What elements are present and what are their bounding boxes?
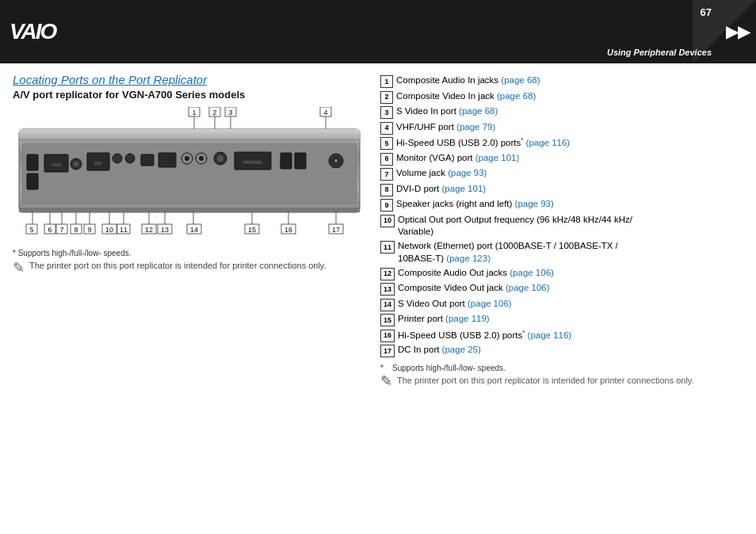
port-link-3[interactable]: (page 68) bbox=[459, 106, 498, 116]
port-desc-14: S Video Out port (page 106) bbox=[398, 298, 512, 311]
left-panel: Locating Ports on the Port Replicator A/… bbox=[13, 73, 369, 528]
port-link-16[interactable]: (page 116) bbox=[528, 330, 572, 339]
port-badge-12: 12 bbox=[380, 268, 395, 280]
port-badge-6: 6 bbox=[380, 153, 393, 166]
port-badge-5: 5 bbox=[380, 137, 393, 150]
port-link-5[interactable]: (page 116) bbox=[526, 138, 571, 147]
port-badge-8: 8 bbox=[380, 184, 393, 196]
port-link-15[interactable]: (page 119) bbox=[445, 314, 490, 323]
list-item: 4 VHF/UHF port (page 79) bbox=[380, 121, 743, 135]
list-item: 2 Composite Video In jack (page 68) bbox=[380, 90, 743, 104]
port-desc-7: Volume jack (page 93) bbox=[396, 167, 487, 180]
port-desc-3: S Video In port (page 68) bbox=[396, 105, 498, 118]
section-title: Using Peripheral Devices bbox=[607, 48, 712, 57]
vaio-logo: VAIO bbox=[10, 19, 55, 44]
svg-rect-17 bbox=[27, 174, 38, 189]
svg-rect-14 bbox=[19, 139, 360, 142]
svg-rect-16 bbox=[27, 154, 38, 170]
list-item: 10 Optical Out port Output frequency (96… bbox=[380, 214, 743, 238]
svg-text:15: 15 bbox=[248, 226, 256, 234]
list-item: 14 S Video Out port (page 106) bbox=[380, 298, 743, 311]
port-link-8[interactable]: (page 101) bbox=[442, 184, 487, 193]
port-badge-10: 10 bbox=[380, 215, 395, 227]
port-desc-17: DC In port (page 25) bbox=[398, 344, 481, 357]
list-item: 5 Hi-Speed USB (USB 2.0) ports* (page 11… bbox=[380, 136, 743, 150]
port-link-9[interactable]: (page 93) bbox=[515, 199, 554, 208]
port-link-17[interactable]: (page 25) bbox=[442, 345, 481, 354]
svg-point-29 bbox=[185, 156, 189, 161]
port-badge-11: 11 bbox=[380, 241, 395, 254]
port-link-2[interactable]: (page 68) bbox=[497, 91, 536, 101]
svg-text:3: 3 bbox=[228, 109, 232, 116]
asterisk-footnote: * Supports high-/full-/low- speeds. bbox=[13, 249, 369, 257]
note-pencil-icon: ✎ bbox=[13, 261, 25, 275]
svg-text:14: 14 bbox=[190, 226, 198, 234]
list-item: 13 Composite Video Out jack (page 106) bbox=[380, 282, 743, 296]
port-desc-1: Composite Audio In jacks (page 68) bbox=[396, 74, 540, 87]
device-illustration: 1 2 3 4 bbox=[13, 107, 365, 246]
nav-forward-arrow[interactable]: ▶▶ bbox=[726, 22, 750, 41]
svg-text:7: 7 bbox=[59, 226, 63, 234]
list-item: 3 S Video In port (page 68) bbox=[380, 105, 743, 119]
list-item: 16 Hi-Speed USB (USB 2.0) ports* (page 1… bbox=[380, 329, 743, 342]
device-svg: 1 2 3 4 bbox=[13, 107, 365, 246]
port-desc-9: Speaker jacks (right and left) (page 93) bbox=[396, 198, 554, 211]
port-badge-15: 15 bbox=[380, 314, 395, 326]
port-link-14[interactable]: (page 106) bbox=[468, 299, 512, 308]
port-link-7[interactable]: (page 93) bbox=[448, 168, 487, 177]
svg-point-24 bbox=[113, 154, 122, 163]
printer-note-box: ✎ The printer port on this port replicat… bbox=[380, 376, 743, 388]
port-desc-5: Hi-Speed USB (USB 2.0) ports* (page 116) bbox=[396, 136, 570, 149]
svg-point-33 bbox=[217, 155, 223, 162]
port-link-11[interactable]: (page 123) bbox=[446, 254, 491, 263]
port-badge-13: 13 bbox=[380, 283, 395, 296]
list-item: 1 Composite Audio In jacks (page 68) bbox=[380, 74, 743, 88]
svg-text:8: 8 bbox=[74, 226, 78, 234]
right-footnote: * Supports high-/full-/low- speeds. ✎ Th… bbox=[380, 364, 743, 388]
port-desc-4: VHF/UHF port (page 79) bbox=[396, 121, 495, 134]
svg-rect-27 bbox=[158, 153, 176, 167]
port-list: 1 Composite Audio In jacks (page 68) 2 C… bbox=[380, 74, 743, 357]
port-badge-2: 2 bbox=[380, 91, 393, 104]
svg-rect-37 bbox=[295, 153, 306, 169]
port-link-12[interactable]: (page 106) bbox=[510, 268, 554, 277]
list-item: 7 Volume jack (page 93) bbox=[380, 167, 743, 181]
sub-heading: A/V port replicator for VGN-A700 Series … bbox=[13, 89, 369, 101]
svg-text:1: 1 bbox=[192, 109, 196, 116]
port-link-1[interactable]: (page 68) bbox=[501, 75, 540, 85]
svg-text:2: 2 bbox=[212, 109, 216, 116]
footnote-area: * Supports high-/full-/low- speeds. ✎ Th… bbox=[13, 249, 369, 275]
port-badge-3: 3 bbox=[380, 106, 393, 119]
svg-text:5: 5 bbox=[29, 226, 33, 234]
port-desc-11: Network (Ethernet) port (1000BASE-T / 10… bbox=[398, 240, 618, 265]
port-link-13[interactable]: (page 106) bbox=[506, 283, 550, 292]
header-logo-area: VAIO bbox=[0, 0, 127, 63]
port-badge-16: 16 bbox=[380, 330, 395, 342]
svg-text:PRINTER: PRINTER bbox=[243, 160, 262, 165]
list-item: 15 Printer port (page 119) bbox=[380, 313, 743, 326]
svg-point-25 bbox=[125, 154, 135, 163]
right-panel: 1 Composite Audio In jacks (page 68) 2 C… bbox=[380, 73, 743, 528]
note-text: The printer port on this port replicator… bbox=[29, 261, 326, 270]
list-item: 9 Speaker jacks (right and left) (page 9… bbox=[380, 198, 743, 212]
asterisk-note-right: * Supports high-/full-/low- speeds. bbox=[380, 364, 743, 372]
svg-text:DVI: DVI bbox=[94, 161, 102, 166]
list-item: 8 DVI-D port (page 101) bbox=[380, 183, 743, 196]
port-desc-10: Optical Out port Output frequency (96 kH… bbox=[398, 214, 632, 238]
port-badge-14: 14 bbox=[380, 299, 395, 311]
svg-text:6: 6 bbox=[48, 226, 52, 234]
port-desc-6: Monitor (VGA) port (page 101) bbox=[396, 152, 519, 165]
svg-text:16: 16 bbox=[284, 226, 292, 234]
note-box: ✎ The printer port on this port replicat… bbox=[13, 261, 369, 275]
svg-text:VGA: VGA bbox=[52, 162, 62, 167]
svg-text:4: 4 bbox=[323, 109, 327, 116]
port-link-4[interactable]: (page 79) bbox=[456, 122, 495, 132]
printer-note-text: The printer port on this port replicator… bbox=[397, 376, 694, 385]
port-badge-4: 4 bbox=[380, 122, 393, 135]
port-link-6[interactable]: (page 101) bbox=[475, 153, 520, 162]
svg-rect-41 bbox=[19, 208, 360, 212]
pencil-note-icon: ✎ bbox=[380, 374, 392, 388]
port-badge-1: 1 bbox=[380, 75, 393, 88]
list-item: 12 Composite Audio Out jacks (page 106) bbox=[380, 267, 743, 280]
port-desc-12: Composite Audio Out jacks (page 106) bbox=[398, 267, 554, 280]
